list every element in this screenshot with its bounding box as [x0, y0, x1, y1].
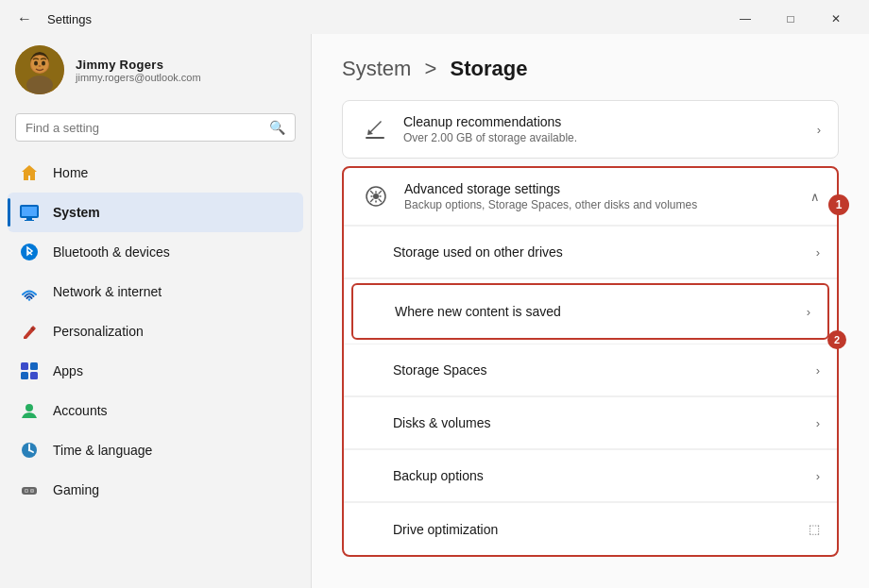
- cleanup-card: Cleanup recommendations Over 2.00 GB of …: [342, 100, 839, 159]
- disks-volumes-text: Disks & volumes: [393, 415, 816, 430]
- bluetooth-icon: [19, 242, 40, 262]
- svg-point-6: [39, 65, 42, 67]
- sidebar-label-gaming: Gaming: [53, 482, 99, 497]
- titlebar: ← Settings — □ ✕: [0, 0, 869, 34]
- new-content-wrapper: Where new content is saved › 2: [344, 278, 837, 340]
- advanced-expand-icon: ∧: [810, 190, 820, 204]
- svg-rect-10: [25, 220, 34, 221]
- titlebar-controls: — □ ✕: [724, 5, 858, 33]
- sidebar-item-network[interactable]: Network & internet: [8, 272, 303, 311]
- backup-options-title: Backup options: [393, 468, 816, 483]
- avatar: [15, 45, 64, 94]
- svg-point-2: [26, 76, 53, 94]
- advanced-storage-section: Advanced storage settings Backup options…: [342, 166, 839, 557]
- new-content-text: Where new content is saved: [395, 304, 807, 319]
- disks-volumes-title: Disks & volumes: [393, 415, 816, 430]
- advanced-title: Advanced storage settings: [404, 181, 810, 196]
- sidebar-label-bluetooth: Bluetooth & devices: [53, 244, 170, 260]
- drive-opt-text: Drive optimization: [393, 522, 809, 537]
- backup-options-chevron: ›: [816, 469, 820, 483]
- sidebar-item-accounts[interactable]: Accounts: [8, 391, 303, 430]
- sidebar-label-personalization: Personalization: [53, 324, 144, 339]
- cleanup-title: Cleanup recommendations: [403, 114, 817, 129]
- cleanup-text: Cleanup recommendations Over 2.00 GB of …: [403, 114, 817, 144]
- cleanup-icon: [360, 114, 390, 144]
- time-icon: [19, 440, 40, 461]
- other-drives-title: Storage used on other drives: [393, 244, 816, 260]
- other-drives-text: Storage used on other drives: [393, 244, 816, 260]
- sidebar-label-apps: Apps: [53, 363, 83, 378]
- sidebar-item-personalization[interactable]: Personalization: [8, 311, 303, 351]
- svg-point-19: [28, 449, 30, 451]
- gaming-icon: [19, 479, 40, 500]
- apps-icon: [19, 361, 40, 381]
- new-content-item[interactable]: Where new content is saved ›: [353, 285, 827, 338]
- cleanup-subtitle: Over 2.00 GB of storage available.: [403, 131, 817, 144]
- svg-point-26: [373, 193, 379, 199]
- svg-point-24: [31, 490, 33, 492]
- svg-rect-15: [21, 372, 28, 379]
- storage-spaces-text: Storage Spaces: [393, 362, 816, 378]
- sidebar-item-time[interactable]: Time & language: [8, 430, 303, 470]
- sidebar-item-home[interactable]: Home: [8, 153, 303, 193]
- accounts-icon: [19, 400, 40, 421]
- user-info: Jimmy Rogers jimmy.rogers@outlook.com: [76, 58, 201, 83]
- svg-point-12: [28, 298, 30, 300]
- main-content: System > Storage Cleanup recommendations…: [312, 34, 869, 588]
- search-container: 🔍: [0, 109, 311, 153]
- sidebar-item-system[interactable]: System: [8, 193, 303, 232]
- storage-spaces-item[interactable]: Storage Spaces ›: [344, 344, 837, 396]
- breadcrumb-current: Storage: [450, 57, 527, 80]
- svg-rect-13: [21, 362, 28, 370]
- badge-1: 1: [828, 194, 849, 215]
- drive-opt-item[interactable]: Drive optimization ⬚: [344, 502, 837, 555]
- personalization-icon: [19, 321, 40, 342]
- svg-rect-9: [26, 218, 32, 220]
- close-button[interactable]: ✕: [814, 5, 858, 33]
- sidebar-label-network: Network & internet: [53, 284, 162, 299]
- network-icon: [19, 281, 40, 302]
- breadcrumb-separator: >: [424, 57, 436, 80]
- sidebar-label-home: Home: [53, 165, 88, 180]
- user-name: Jimmy Rogers: [76, 58, 201, 72]
- system-icon: [19, 202, 40, 223]
- minimize-button[interactable]: —: [724, 5, 767, 33]
- search-input[interactable]: [26, 121, 262, 135]
- new-content-chevron: ›: [807, 305, 810, 319]
- svg-point-23: [26, 490, 27, 492]
- svg-point-5: [42, 61, 45, 66]
- page-header: System > Storage: [342, 57, 839, 81]
- sidebar-item-apps[interactable]: Apps: [8, 351, 303, 391]
- maximize-button[interactable]: □: [769, 5, 812, 33]
- sidebar-item-gaming[interactable]: Gaming: [8, 470, 303, 510]
- breadcrumb-parent: System: [342, 57, 411, 80]
- svg-point-4: [34, 61, 38, 66]
- advanced-icon: [361, 181, 391, 211]
- disks-volumes-item[interactable]: Disks & volumes ›: [344, 396, 837, 449]
- svg-rect-14: [30, 362, 38, 370]
- storage-spaces-title: Storage Spaces: [393, 362, 816, 378]
- back-button[interactable]: ←: [11, 8, 38, 29]
- backup-options-item[interactable]: Backup options ›: [344, 449, 837, 502]
- search-box: 🔍: [15, 113, 296, 142]
- svg-rect-16: [30, 372, 38, 379]
- sidebar-label-time: Time & language: [53, 443, 152, 458]
- cleanup-item[interactable]: Cleanup recommendations Over 2.00 GB of …: [343, 101, 838, 158]
- sidebar-label-accounts: Accounts: [53, 403, 108, 418]
- other-drives-item[interactable]: Storage used on other drives ›: [344, 226, 837, 278]
- advanced-text: Advanced storage settings Backup options…: [404, 181, 810, 211]
- backup-options-text: Backup options: [393, 468, 816, 483]
- home-icon: [19, 162, 40, 183]
- advanced-header-item[interactable]: Advanced storage settings Backup options…: [344, 168, 837, 226]
- drive-opt-title: Drive optimization: [393, 522, 809, 537]
- app-body: Jimmy Rogers jimmy.rogers@outlook.com 🔍 …: [0, 34, 869, 588]
- user-profile: Jimmy Rogers jimmy.rogers@outlook.com: [0, 34, 311, 109]
- badge-2: 2: [827, 330, 846, 349]
- disks-volumes-chevron: ›: [816, 416, 820, 430]
- advanced-card: Advanced storage settings Backup options…: [342, 166, 839, 557]
- cleanup-chevron: ›: [817, 123, 821, 137]
- drive-opt-chevron: ⬚: [809, 522, 820, 536]
- svg-rect-8: [22, 207, 37, 216]
- sidebar-item-bluetooth[interactable]: Bluetooth & devices: [8, 232, 303, 272]
- titlebar-title: Settings: [47, 12, 92, 26]
